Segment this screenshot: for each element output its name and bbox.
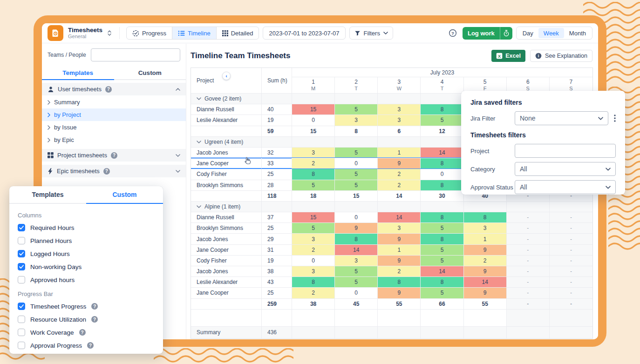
day-cell[interactable]: 8 <box>421 158 463 169</box>
group-row[interactable]: Alpine (1 item) <box>191 201 592 212</box>
help-icon[interactable]: ? <box>105 86 112 93</box>
day-cell[interactable]: 0 <box>335 212 378 222</box>
day-cell[interactable]: 14 <box>378 191 421 201</box>
day-cell[interactable]: 8 <box>292 169 335 179</box>
day-cell[interactable]: 0 <box>292 115 335 125</box>
checkbox-checked[interactable] <box>18 303 25 310</box>
table-row[interactable]: Cody Fisher1903952-- <box>191 255 592 266</box>
person-name[interactable]: Brooklyn Simmons <box>191 223 262 233</box>
day-cell[interactable]: 3 <box>464 223 507 233</box>
day-cell[interactable]: 9 <box>378 234 421 244</box>
table-row[interactable]: Jacob Jones38352149-- <box>191 266 592 276</box>
period-day[interactable]: Day <box>517 28 538 38</box>
day-cell[interactable]: 5 <box>421 115 463 125</box>
day-cell[interactable]: 9 <box>378 158 421 169</box>
day-cell[interactable]: 45 <box>335 299 378 309</box>
day-cell[interactable]: 9 <box>378 256 421 266</box>
period-week[interactable]: Week <box>538 28 564 38</box>
person-name[interactable]: Dianne Russell <box>191 212 262 222</box>
day-cell[interactable]: 8 <box>335 234 378 244</box>
sidebar-collapse-button[interactable]: ‹ <box>222 72 231 80</box>
approval-status-filter-select[interactable]: All <box>515 180 616 194</box>
teams-people-input[interactable] <box>91 48 180 61</box>
group-header[interactable]: Alpine (1 item) <box>191 202 262 212</box>
checkbox-unchecked[interactable] <box>18 329 25 336</box>
day-cell[interactable]: 9 <box>378 288 421 298</box>
log-work-button[interactable]: Log work <box>463 27 512 40</box>
table-row[interactable]: Jane Cooper31214159-- <box>191 244 592 255</box>
period-month[interactable]: Month <box>564 28 591 38</box>
day-cell[interactable]: 2 <box>378 169 421 179</box>
day-cell[interactable]: 3 <box>335 115 378 125</box>
group-header[interactable]: Govee (2 item) <box>191 94 262 104</box>
tab-detailed[interactable]: Detailed <box>217 27 259 39</box>
day-cell[interactable]: 38 <box>292 299 335 309</box>
day-cell[interactable]: 12 <box>421 126 463 136</box>
day-cell[interactable]: 1 <box>464 234 507 244</box>
day-cell[interactable]: 14 <box>421 266 463 276</box>
day-cell[interactable]: 2 <box>464 256 507 266</box>
help-icon[interactable]: ? <box>91 303 98 310</box>
day-cell[interactable]: 5 <box>292 223 335 233</box>
day-cell[interactable]: 8 <box>335 126 378 136</box>
day-cell[interactable]: 3 <box>335 256 378 266</box>
day-cell[interactable]: 8 <box>421 212 463 222</box>
day-cell[interactable]: 2 <box>378 266 421 276</box>
day-cell[interactable]: 9 <box>464 288 507 298</box>
day-cell[interactable]: 1 <box>378 245 421 255</box>
tab-templates[interactable]: Templates <box>9 186 86 203</box>
filters-dropdown-button[interactable]: Filters <box>349 27 393 40</box>
date-range-picker[interactable]: 2023-07-01 to 2023-07-07 <box>263 27 345 40</box>
day-cell[interactable]: 8 <box>292 277 335 287</box>
day-cell[interactable]: 8 <box>378 277 421 287</box>
day-cell[interactable]: 3 <box>378 223 421 233</box>
help-icon[interactable]: ? <box>87 342 94 349</box>
person-name[interactable]: Jane Cooper <box>191 288 262 298</box>
day-cell[interactable]: 5 <box>335 266 378 276</box>
sidebar-item[interactable]: by Epic <box>42 134 186 146</box>
person-name[interactable]: Leslie Alexander <box>191 115 262 125</box>
day-cell[interactable]: 1 <box>378 148 421 158</box>
day-cell[interactable]: 18 <box>292 191 335 201</box>
sidebar-item[interactable]: by Issue <box>42 121 186 134</box>
sidebar-section-header[interactable]: Project timesheets? <box>42 149 186 162</box>
day-cell[interactable]: 9 <box>335 223 378 233</box>
app-switcher-chevrons-icon[interactable] <box>107 30 112 36</box>
day-cell[interactable]: 15 <box>292 212 335 222</box>
day-cell[interactable]: 2 <box>292 288 335 298</box>
day-cell[interactable]: 3 <box>292 148 335 158</box>
day-cell[interactable]: 8 <box>421 277 463 287</box>
day-cell[interactable]: 5 <box>421 245 463 255</box>
checkbox-unchecked[interactable] <box>18 276 25 283</box>
person-name[interactable]: Dianne Russell <box>191 104 262 115</box>
day-cell[interactable]: 9 <box>464 266 507 276</box>
tab-custom[interactable]: Custom <box>114 66 186 79</box>
day-cell[interactable]: 3 <box>292 266 335 276</box>
tab-templates[interactable]: Templates <box>42 66 114 79</box>
day-cell[interactable]: 5 <box>335 104 378 115</box>
see-explanation-button[interactable]: i See Explanation <box>530 50 592 62</box>
checkbox-checked[interactable] <box>18 250 25 257</box>
day-cell[interactable]: 66 <box>421 299 463 309</box>
day-cell[interactable]: 30 <box>421 191 463 201</box>
day-cell[interactable]: 5 <box>421 223 463 233</box>
kebab-menu-icon[interactable] <box>608 115 616 122</box>
day-cell[interactable]: 0 <box>335 158 378 169</box>
day-cell[interactable]: 2 <box>292 245 335 255</box>
day-cell[interactable]: 0 <box>335 288 378 298</box>
person-name[interactable]: Brooklyn Simmons <box>191 180 262 190</box>
day-cell[interactable]: 0 <box>421 169 463 179</box>
person-name[interactable]: Leslie Alexander <box>191 277 262 287</box>
sidebar-item[interactable]: Summary <box>42 96 186 108</box>
tab-timeline[interactable]: Timeline <box>172 27 217 39</box>
sidebar-section-header[interactable]: User timesheets? <box>42 83 186 95</box>
day-cell[interactable]: 15 <box>292 104 335 115</box>
day-cell[interactable]: 55 <box>464 299 507 309</box>
tab-progress[interactable]: Progress <box>127 27 172 39</box>
tab-custom[interactable]: Custom <box>86 186 163 203</box>
table-row[interactable]: Jane Cooper2520959-- <box>191 287 592 298</box>
day-cell[interactable]: 8 <box>421 180 463 190</box>
day-cell[interactable]: 2 <box>292 158 335 169</box>
jira-filter-select[interactable]: None <box>515 111 608 125</box>
day-cell[interactable]: 3 <box>378 115 421 125</box>
